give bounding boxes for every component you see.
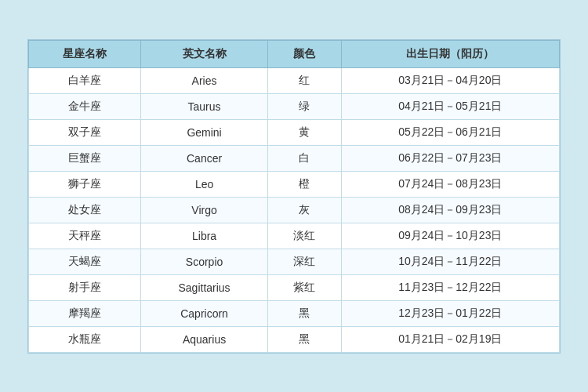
chinese-name: 水瓶座 [29, 326, 141, 352]
chinese-name: 射手座 [29, 274, 141, 300]
english-name: Scorpio [141, 249, 267, 274]
date-range: 10月24日－11月22日 [341, 249, 559, 274]
column-header-3: 出生日期（阳历） [341, 40, 559, 67]
english-name: Taurus [141, 93, 267, 119]
chinese-name: 双子座 [29, 119, 141, 145]
date-range: 01月21日－02月19日 [341, 326, 559, 352]
date-range: 05月22日－06月21日 [341, 119, 559, 145]
color: 黑 [267, 326, 341, 352]
date-range: 04月21日－05月21日 [341, 93, 559, 119]
english-name: Libra [141, 223, 267, 249]
color: 橙 [267, 171, 341, 197]
date-range: 07月24日－08月23日 [341, 171, 559, 197]
color: 深红 [267, 249, 341, 274]
chinese-name: 狮子座 [29, 171, 141, 197]
table-header-row: 星座名称英文名称颜色出生日期（阳历） [29, 40, 560, 67]
table-row: 金牛座Taurus绿04月21日－05月21日 [29, 93, 560, 119]
zodiac-table: 星座名称英文名称颜色出生日期（阳历） 白羊座Aries红03月21日－04月20… [28, 40, 560, 353]
date-range: 03月21日－04月20日 [341, 67, 559, 93]
color: 淡红 [267, 223, 341, 249]
chinese-name: 天秤座 [29, 223, 141, 249]
english-name: Aquarius [141, 326, 267, 352]
english-name: Cancer [141, 145, 267, 171]
english-name: Leo [141, 171, 267, 197]
date-range: 12月23日－01月22日 [341, 300, 559, 326]
color: 紫红 [267, 274, 341, 300]
chinese-name: 天蝎座 [29, 249, 141, 274]
english-name: Capricorn [141, 300, 267, 326]
table-row: 巨蟹座Cancer白06月22日－07月23日 [29, 145, 560, 171]
table-row: 射手座Sagittarius紫红11月23日－12月22日 [29, 274, 560, 300]
color: 白 [267, 145, 341, 171]
color: 黑 [267, 300, 341, 326]
date-range: 09月24日－10月23日 [341, 223, 559, 249]
table-row: 白羊座Aries红03月21日－04月20日 [29, 67, 560, 93]
table-row: 处女座Virgo灰08月24日－09月23日 [29, 197, 560, 223]
chinese-name: 摩羯座 [29, 300, 141, 326]
chinese-name: 金牛座 [29, 93, 141, 119]
english-name: Sagittarius [141, 274, 267, 300]
english-name: Virgo [141, 197, 267, 223]
date-range: 06月22日－07月23日 [341, 145, 559, 171]
table-row: 摩羯座Capricorn黑12月23日－01月22日 [29, 300, 560, 326]
chinese-name: 巨蟹座 [29, 145, 141, 171]
chinese-name: 白羊座 [29, 67, 141, 93]
table-row: 天秤座Libra淡红09月24日－10月23日 [29, 223, 560, 249]
color: 灰 [267, 197, 341, 223]
date-range: 08月24日－09月23日 [341, 197, 559, 223]
column-header-1: 英文名称 [141, 40, 267, 67]
color: 黄 [267, 119, 341, 145]
table-row: 水瓶座Aquarius黑01月21日－02月19日 [29, 326, 560, 352]
table-body: 白羊座Aries红03月21日－04月20日金牛座Taurus绿04月21日－0… [29, 67, 560, 352]
table-row: 狮子座Leo橙07月24日－08月23日 [29, 171, 560, 197]
column-header-0: 星座名称 [29, 40, 141, 67]
english-name: Aries [141, 67, 267, 93]
color: 绿 [267, 93, 341, 119]
date-range: 11月23日－12月22日 [341, 274, 559, 300]
color: 红 [267, 67, 341, 93]
table-row: 天蝎座Scorpio深红10月24日－11月22日 [29, 249, 560, 274]
zodiac-table-container: 星座名称英文名称颜色出生日期（阳历） 白羊座Aries红03月21日－04月20… [27, 39, 561, 354]
column-header-2: 颜色 [267, 40, 341, 67]
table-row: 双子座Gemini黄05月22日－06月21日 [29, 119, 560, 145]
chinese-name: 处女座 [29, 197, 141, 223]
english-name: Gemini [141, 119, 267, 145]
